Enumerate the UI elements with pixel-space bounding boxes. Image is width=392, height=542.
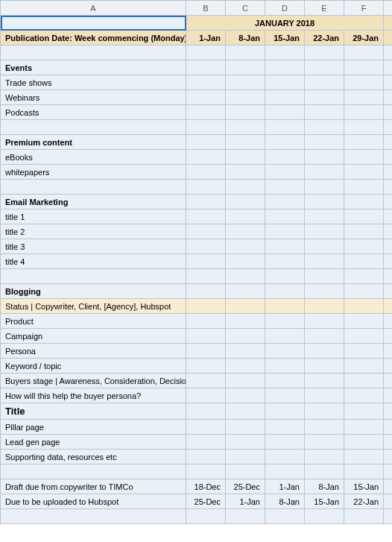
col-header-c[interactable]: C <box>226 1 265 16</box>
draft-date-1[interactable]: 25-Dec <box>226 479 265 494</box>
cell[interactable] <box>384 435 393 450</box>
cell-a1[interactable] <box>1 16 186 31</box>
cell[interactable] <box>265 254 305 269</box>
cell[interactable] <box>1 464 186 479</box>
cell[interactable] <box>384 464 393 479</box>
draft-date-3[interactable]: 8-Jan <box>305 479 344 494</box>
col-header-f[interactable]: F <box>344 1 384 16</box>
cell[interactable] <box>384 403 393 420</box>
cell-label[interactable]: eBooks <box>1 150 186 165</box>
cell[interactable] <box>186 120 226 135</box>
cell[interactable] <box>384 359 393 374</box>
cell-label[interactable]: Lead gen page <box>1 435 186 450</box>
cell[interactable] <box>305 60 344 75</box>
col-header-e[interactable]: E <box>305 1 344 16</box>
cell[interactable] <box>186 254 226 269</box>
cell-edge[interactable] <box>384 31 393 45</box>
cell[interactable] <box>305 90 344 105</box>
cell[interactable] <box>305 314 344 329</box>
upload-date-2[interactable]: 8-Jan <box>265 494 305 509</box>
cell[interactable] <box>344 374 384 388</box>
cell[interactable] <box>384 224 393 239</box>
cell[interactable] <box>305 420 344 435</box>
cell[interactable] <box>265 314 305 329</box>
cell[interactable] <box>186 509 226 524</box>
cell[interactable] <box>344 239 384 254</box>
cell[interactable] <box>265 105 305 120</box>
cell[interactable] <box>384 344 393 359</box>
cell[interactable] <box>265 284 305 299</box>
upload-date-4[interactable]: 22-Jan <box>344 494 384 509</box>
cell[interactable] <box>384 45 393 60</box>
cell[interactable] <box>226 403 265 420</box>
cell[interactable] <box>1 45 186 60</box>
cell[interactable] <box>344 75 384 90</box>
cell[interactable] <box>344 509 384 524</box>
cell[interactable] <box>186 180 226 195</box>
cell[interactable] <box>186 45 226 60</box>
cell[interactable] <box>344 435 384 450</box>
cell[interactable] <box>344 269 384 284</box>
cell[interactable] <box>305 195 344 209</box>
cell[interactable] <box>186 329 226 344</box>
upload-date-1[interactable]: 1-Jan <box>226 494 265 509</box>
cell[interactable] <box>186 165 226 180</box>
cell[interactable] <box>305 45 344 60</box>
cell-label[interactable]: Persona <box>1 344 186 359</box>
cell[interactable] <box>344 388 384 403</box>
cell[interactable] <box>344 209 384 224</box>
cell[interactable] <box>305 135 344 150</box>
cell[interactable] <box>384 135 393 150</box>
cell-label[interactable]: Campaign <box>1 329 186 344</box>
cell[interactable] <box>186 284 226 299</box>
cell[interactable] <box>344 224 384 239</box>
cell[interactable] <box>265 75 305 90</box>
cell-label[interactable]: title 1 <box>1 209 186 224</box>
cell[interactable] <box>226 284 265 299</box>
cell[interactable] <box>265 450 305 464</box>
cell[interactable] <box>344 180 384 195</box>
cell[interactable] <box>384 105 393 120</box>
cell[interactable] <box>384 165 393 180</box>
cell[interactable] <box>265 45 305 60</box>
cell[interactable] <box>305 284 344 299</box>
cell[interactable] <box>305 388 344 403</box>
upload-date-3[interactable]: 15-Jan <box>305 494 344 509</box>
cell[interactable] <box>305 299 344 314</box>
cell[interactable] <box>265 359 305 374</box>
cell[interactable] <box>344 150 384 165</box>
cell[interactable] <box>226 314 265 329</box>
date-2[interactable]: 15-Jan <box>265 31 305 45</box>
cell[interactable] <box>344 359 384 374</box>
cell[interactable] <box>305 344 344 359</box>
cell[interactable] <box>384 254 393 269</box>
cell[interactable] <box>344 420 384 435</box>
month-title[interactable]: JANUARY 2018 <box>186 16 384 31</box>
cell[interactable] <box>186 150 226 165</box>
cell[interactable] <box>226 105 265 120</box>
cell[interactable] <box>265 299 305 314</box>
cell[interactable] <box>226 239 265 254</box>
col-header-a[interactable]: A <box>1 1 186 16</box>
cell[interactable] <box>226 209 265 224</box>
cell[interactable] <box>226 435 265 450</box>
cell[interactable] <box>384 239 393 254</box>
cell[interactable] <box>305 75 344 90</box>
cell[interactable] <box>265 329 305 344</box>
cell[interactable] <box>226 75 265 90</box>
cell[interactable] <box>305 239 344 254</box>
cell[interactable] <box>384 479 393 494</box>
blogging-status[interactable]: Status | Copywriter, Client, [Agency], H… <box>1 299 186 314</box>
cell[interactable] <box>226 269 265 284</box>
cell[interactable] <box>186 314 226 329</box>
draft-label[interactable]: Draft due from copywriter to TIMCo <box>1 479 186 494</box>
cell[interactable] <box>344 60 384 75</box>
cell[interactable] <box>186 90 226 105</box>
cell[interactable] <box>384 75 393 90</box>
cell[interactable] <box>384 150 393 165</box>
cell[interactable] <box>344 254 384 269</box>
cell[interactable] <box>186 359 226 374</box>
cell[interactable] <box>265 344 305 359</box>
cell[interactable] <box>384 195 393 209</box>
cell-label[interactable]: Pillar page <box>1 420 186 435</box>
